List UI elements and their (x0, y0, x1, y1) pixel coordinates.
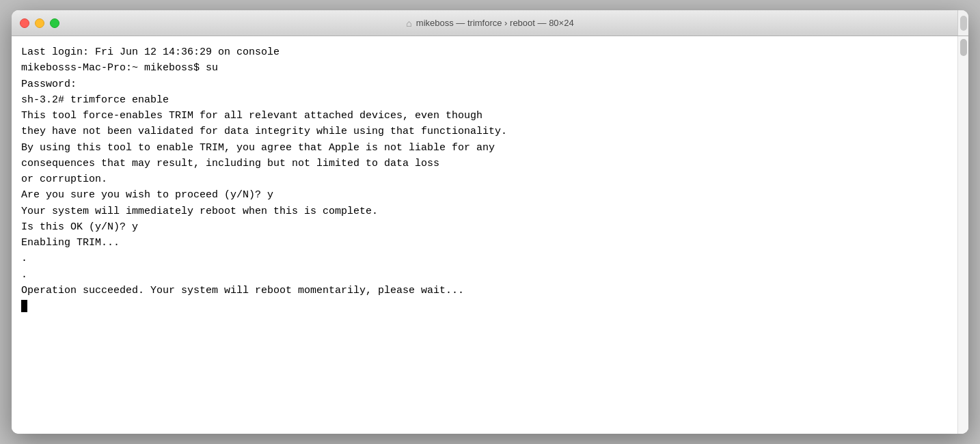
close-button[interactable] (20, 18, 29, 28)
minimize-button[interactable] (35, 18, 44, 28)
maximize-button[interactable] (50, 18, 59, 28)
scrollbar-thumb-top (960, 16, 967, 31)
scrollbar-thumb[interactable] (960, 39, 967, 56)
scrollbar[interactable] (957, 36, 968, 434)
terminal-window: ⌂ mikeboss — trimforce › reboot — 80×24 … (12, 10, 968, 434)
terminal-content: Last login: Fri Jun 12 14:36:29 on conso… (21, 44, 955, 314)
home-icon: ⌂ (406, 18, 411, 29)
cursor (21, 300, 27, 312)
scrollbar-indicator (957, 10, 968, 36)
traffic-lights (20, 18, 59, 28)
title-bar: ⌂ mikeboss — trimforce › reboot — 80×24 (12, 10, 968, 36)
terminal-body[interactable]: Last login: Fri Jun 12 14:36:29 on conso… (12, 36, 968, 434)
window-title: ⌂ mikeboss — trimforce › reboot — 80×24 (406, 18, 573, 29)
title-label: mikeboss — trimforce › reboot — 80×24 (416, 18, 574, 28)
